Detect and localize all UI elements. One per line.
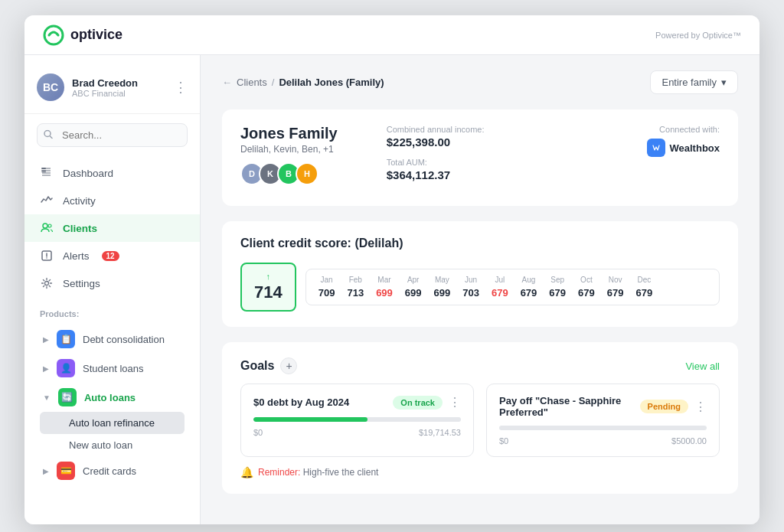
search-box: [37, 123, 188, 147]
month-score-sep: Sep679: [549, 276, 566, 299]
svg-rect-4: [41, 171, 46, 172]
powered-by-text: Powered by Optivice™: [655, 31, 741, 40]
goal-more-1[interactable]: ⋮: [694, 400, 707, 414]
credit-score-title: Client credit score: (Delilah): [240, 237, 720, 250]
reminder-text: Reminder: High-five the client: [258, 467, 378, 478]
optivice-logo-icon: [43, 24, 64, 46]
income-block: Combined annual income: $225,398.00: [387, 125, 485, 149]
clients-icon: [40, 221, 54, 235]
goal-card-0: $0 debt by Aug 2024 On track ⋮ $0 $19,71…: [240, 383, 474, 457]
income-value: $225,398.00: [387, 135, 485, 149]
sidebar-item-label-clients: Clients: [63, 223, 97, 234]
product-label-auto: Auto loans: [84, 392, 136, 403]
avatar-face: BC: [37, 73, 64, 101]
sidebar-item-label-settings: Settings: [63, 278, 100, 289]
aum-value: $364,112.37: [387, 168, 485, 181]
search-input[interactable]: [37, 123, 188, 147]
family-stats: Combined annual income: $225,398.00 Tota…: [387, 125, 485, 191]
view-all-goals-link[interactable]: View all: [685, 361, 720, 372]
expand-icon: ▶: [43, 335, 49, 344]
product-student-loans[interactable]: ▶ 👤 Student loans: [40, 354, 185, 383]
expand-icon-credit: ▶: [43, 467, 49, 475]
goals-card: Goals + View all $0 debt by Aug 2024 On …: [222, 342, 738, 494]
product-credit-cards[interactable]: ▶ 💳 Credit cards: [40, 456, 185, 485]
month-score-may: May699: [434, 276, 451, 299]
svg-point-13: [46, 257, 47, 259]
reminder-row: 🔔 Reminder: High-five the client: [240, 466, 720, 478]
score-up-arrow: ↑: [254, 272, 283, 281]
goal-range-1: $0 $5000.00: [499, 436, 707, 446]
connected-with-block: Connected with: Wealthbox: [647, 125, 720, 157]
credit-score-row: ↑ 714 Jan709Feb713Mar699Apr699May699Jun7…: [240, 263, 720, 312]
credit-score-card: Client credit score: (Delilah) ↑ 714 Jan…: [222, 221, 738, 327]
settings-icon: [40, 276, 54, 290]
sub-item-auto-refinance[interactable]: Auto loan refinance: [40, 412, 185, 434]
family-members: Delilah, Kevin, Ben, +1: [240, 144, 338, 155]
breadcrumb-separator: /: [272, 77, 275, 88]
family-card: Jones Family Delilah, Kevin, Ben, +1 D K…: [222, 109, 738, 206]
sidebar-item-clients[interactable]: Clients: [24, 214, 200, 242]
goals-title: Goals: [240, 359, 274, 373]
month-score-oct: Oct679: [578, 276, 595, 299]
user-info: Brad Creedon ABC Financial: [72, 77, 166, 98]
svg-point-0: [44, 26, 63, 44]
goal-range-0: $0 $19,714.53: [253, 428, 461, 437]
goal-status-0: On track: [393, 396, 443, 410]
user-more-button[interactable]: ⋮: [174, 79, 188, 96]
member-avatar-h: H: [296, 162, 318, 185]
goals-header: Goals + View all: [240, 357, 720, 374]
family-name-block: Jones Family Delilah, Kevin, Ben, +1 D K…: [240, 125, 338, 185]
expand-icon-auto: ▼: [43, 393, 51, 402]
auto-icon: 🔄: [58, 388, 77, 406]
breadcrumb: ← Clients / Delilah Jones (Family) Entir…: [222, 70, 738, 94]
month-score-aug: Aug679: [521, 276, 537, 299]
back-arrow-icon: ←: [222, 77, 232, 88]
month-score-feb: Feb713: [347, 276, 364, 299]
month-score-jan: Jan709: [318, 276, 335, 299]
product-label-debt: Debt consolidation: [83, 334, 165, 345]
avatar: BC: [37, 73, 64, 101]
sub-item-label-refinance: Auto loan refinance: [69, 417, 155, 429]
sidebar-item-dashboard[interactable]: Dashboard: [24, 159, 200, 187]
debt-icon: 📋: [57, 330, 75, 348]
month-score-apr: Apr699: [405, 276, 422, 299]
sidebar-item-label-alerts: Alerts: [63, 250, 90, 262]
goal-card-1: Pay off "Chase - Sapphire Preferred" Pen…: [486, 383, 720, 457]
goal-range-start-1: $0: [499, 436, 508, 446]
product-auto-loans[interactable]: ▼ 🔄 Auto loans: [40, 383, 185, 412]
products-section: Products: ▶ 📋 Debt consolidation ▶ 👤 Stu…: [24, 297, 200, 491]
sidebar-item-alerts[interactable]: Alerts 12: [24, 242, 200, 269]
breadcrumb-clients-link[interactable]: Clients: [237, 77, 267, 88]
sidebar-item-settings[interactable]: Settings: [24, 269, 200, 297]
product-debt-consolidation[interactable]: ▶ 📋 Debt consolidation: [40, 325, 185, 354]
goal-more-0[interactable]: ⋮: [449, 395, 461, 410]
add-goal-button[interactable]: +: [280, 357, 297, 374]
credit-icon: 💳: [57, 462, 75, 480]
alerts-badge: 12: [102, 251, 119, 261]
sub-item-new-auto[interactable]: New auto loan: [40, 434, 185, 456]
goal-range-end-1: $5000.00: [671, 436, 707, 446]
score-months-row: Jan709Feb713Mar699Apr699May699Jun703Jul6…: [305, 269, 720, 305]
goal-range-start-0: $0: [253, 428, 263, 437]
family-dropdown[interactable]: Entire family ▾: [650, 70, 738, 94]
wealthbox-brand: Wealthbox: [670, 142, 720, 154]
sidebar-item-activity[interactable]: Activity: [24, 187, 200, 214]
goal-status-1: Pending: [640, 400, 688, 413]
sub-item-label-new-auto: New auto loan: [69, 439, 132, 451]
progress-track-0: [253, 417, 461, 422]
score-value: 714: [254, 282, 283, 302]
family-name: Jones Family: [240, 125, 338, 142]
main-layout: BC Brad Creedon ABC Financial ⋮: [24, 55, 760, 524]
member-avatars: D K B H: [240, 162, 338, 185]
dashboard-icon: [40, 166, 54, 180]
reminder-icon: 🔔: [240, 466, 253, 478]
month-score-jun: Jun703: [462, 276, 479, 299]
current-score: ↑ 714: [240, 263, 296, 312]
chevron-down-icon: ▾: [721, 77, 727, 88]
expand-icon-student: ▶: [43, 364, 49, 373]
activity-icon: [40, 194, 54, 207]
family-dropdown-label: Entire family: [662, 77, 717, 88]
user-name: Brad Creedon: [72, 77, 166, 89]
student-icon: 👤: [57, 359, 75, 377]
reminder-message: High-five the client: [303, 467, 379, 478]
